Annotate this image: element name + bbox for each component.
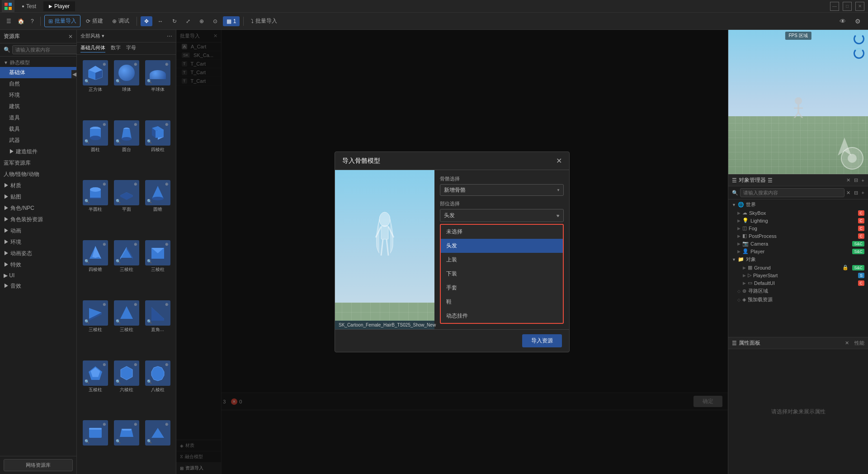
batch-import-btn-toolbar[interactable]: ⤵ 批量导入 [247, 15, 281, 27]
performance-tab-btn[interactable]: 性能 [854, 340, 864, 346]
obj-add-icon[interactable]: + [862, 190, 864, 195]
obj-playerstart[interactable]: ▶ ▷ PlayerStart S [728, 271, 868, 279]
obj-preload[interactable]: ◇ ◈ 预加载资源 [728, 295, 868, 304]
obj-section-objects[interactable]: ▼ 📁 对象 [728, 255, 868, 264]
category-textures[interactable]: ▶ 贴图 [0, 191, 76, 203]
obj-manager-add-icon[interactable]: + [862, 178, 864, 183]
sidebar-expand-icon[interactable]: ◀ [71, 70, 77, 78]
dropdown-item-bottom[interactable]: 下装 [441, 267, 563, 281]
maximize-button[interactable]: □ [843, 2, 852, 11]
category-ui[interactable]: ▶ UI [0, 270, 76, 280]
mode-anchor[interactable]: ⊙ [209, 16, 221, 26]
dropdown-item-hair[interactable]: 头发 [441, 239, 563, 253]
asset-item-octa[interactable]: ⊕ 🔍 八棱柱 [143, 359, 172, 417]
skeleton-select[interactable]: 新增骨骼 [440, 184, 564, 196]
obj-search-input[interactable] [740, 188, 844, 197]
network-library-btn[interactable]: 网络资源库 [4, 459, 73, 471]
category-vehicles[interactable]: 载具 [0, 123, 76, 135]
obj-postprocess[interactable]: ▶ ◧ PostProcess C [728, 232, 868, 240]
asset-item-tri-prism[interactable]: ⊕ 🔍 三棱柱 [112, 238, 141, 297]
asset-item-quad-pyramid[interactable]: ⊕ 🔍 四棱锥 [80, 238, 110, 297]
category-effects[interactable]: ▶ 特效 [0, 259, 76, 270]
category-weapons[interactable]: 武器 [0, 135, 76, 146]
asset-item-quad-prism[interactable]: ⊕ 🔍 四棱柱 [143, 118, 172, 177]
toolbar-help-icon[interactable]: ? [28, 16, 37, 26]
dropdown-item-dynamic[interactable]: 动态挂件 [441, 309, 563, 323]
obj-skybox[interactable]: ▶ ☁ SkyBox C [728, 209, 868, 217]
category-environment[interactable]: ▶ 环境 [0, 237, 76, 248]
asset-item-tri-prism-4[interactable]: ⊕ 🔍 三棱柱 [112, 299, 141, 357]
asset-item-truncone[interactable]: ⊕ 🔍 圆台 [112, 118, 141, 177]
asset-filter-select[interactable]: 全部风格 ▾ [80, 33, 104, 39]
tab-test[interactable]: ● Test [16, 1, 42, 11]
category-animation[interactable]: ▶ 动画 [0, 225, 76, 237]
asset-item-half-cylinder[interactable]: ⊕ 🔍 半圆柱 [80, 178, 110, 237]
toolbar-icon-settings[interactable]: ⚙ [851, 16, 864, 27]
category-costume[interactable]: ▶ 角色装扮资源 [0, 214, 76, 225]
mode-rotate[interactable]: ↻ [169, 16, 180, 26]
obj-lighting[interactable]: ▶ 💡 Lighting C [728, 217, 868, 224]
close-button[interactable]: ✕ [855, 2, 864, 11]
obj-camera[interactable]: ▶ 📷 Camera S&C [728, 240, 868, 247]
modal-import-btn[interactable]: 导入资源 [522, 334, 562, 347]
mode-scale[interactable]: ⤢ [182, 16, 194, 26]
obj-pathfind[interactable]: ◇ ⊚ 寻路区域 [728, 287, 868, 295]
category-nature[interactable]: 自然 [0, 78, 76, 90]
asset-dots-menu[interactable]: ⋯ [167, 33, 172, 39]
category-materials[interactable]: ▶ 材质 [0, 180, 76, 191]
obj-player[interactable]: ▶ 👤 Player S&C [728, 247, 868, 255]
obj-defaultui[interactable]: ▶ ▭ DefaultUI C [728, 279, 868, 287]
asset-item-plane[interactable]: ⊕ 🔍 平面 [112, 178, 141, 237]
asset-item-half-sphere[interactable]: ⊕ 🔍 半球体 [143, 58, 172, 117]
category-characters[interactable]: 人物/怪物/动物 [0, 169, 76, 180]
asset-search-input[interactable] [12, 45, 81, 54]
category-anim-pose[interactable]: ▶ 动画姿态 [0, 248, 76, 259]
dropdown-item-shoes[interactable]: 鞋 [441, 295, 563, 309]
asset-item-tri-prism-2[interactable]: ⊕ 🔍 三棱柱 [143, 238, 172, 297]
obj-filter-icon[interactable]: ⊟ [854, 190, 858, 196]
category-static-model[interactable]: ▼ 静态模型 [0, 58, 76, 67]
asset-item-penta[interactable]: ⊕ 🔍 五棱柱 [80, 359, 110, 417]
tab-player[interactable]: ▶ Player [43, 1, 75, 11]
mode-grid[interactable]: ▦ 1 [223, 16, 240, 26]
subtab-basic[interactable]: 基础几何体 [80, 44, 105, 52]
asset-item-sphere[interactable]: ⊕ 🔍 球体 [112, 58, 141, 117]
btn-debug[interactable]: ⟳ 搭建 [82, 15, 107, 27]
category-audio[interactable]: ▶ 音效 [0, 280, 76, 292]
asset-item-box1[interactable]: ⊕ 🔍 [80, 418, 110, 470]
obj-manager-close-icon[interactable]: ✕ [846, 177, 850, 183]
subtab-letters[interactable]: 字母 [126, 44, 136, 52]
dropdown-item-top[interactable]: 上装 [441, 253, 563, 267]
asset-item-cylinder[interactable]: ⊕ 🔍 圆柱 [80, 118, 110, 177]
obj-ground[interactable]: ▶ ▦ Ground 🔒 S&C [728, 264, 868, 271]
asset-item-cone[interactable]: ⊕ 🔍 圆锥 [143, 178, 172, 237]
category-architecture[interactable]: 建筑 [0, 101, 76, 112]
mode-world[interactable]: ⊕ [196, 16, 208, 26]
mode-move[interactable]: ↔ [154, 16, 167, 26]
minimize-button[interactable]: — [830, 2, 839, 11]
asset-item-box2[interactable]: ⊕ 🔍 [112, 418, 141, 470]
asset-library-close-icon[interactable]: ✕ [68, 33, 73, 40]
world-item[interactable]: ▼ 🌐 世界 [728, 200, 868, 209]
asset-item-hex[interactable]: ⊕ 🔍 六棱柱 [112, 359, 141, 417]
subtab-numbers[interactable]: 数字 [111, 44, 121, 52]
toolbar-icon-eye[interactable]: 👁 [836, 16, 849, 27]
category-props[interactable]: 道具 [0, 112, 76, 123]
category-env[interactable]: 环境 [0, 90, 76, 101]
toolbar-nav-icon[interactable]: 🏠 [15, 16, 27, 26]
category-blue-army[interactable]: 蓝军资源库 [0, 157, 76, 169]
obj-fog[interactable]: ▶ ◫ Fog C [728, 224, 868, 232]
obj-manager-filter-icon[interactable]: ⊟ [854, 177, 858, 183]
part-select-display[interactable]: 头发 ▼ [440, 209, 564, 222]
modal-close-btn[interactable]: ✕ [556, 156, 562, 165]
toolbar-menu-icon[interactable]: ☰ [4, 16, 14, 26]
props-close-icon[interactable]: ✕ [845, 340, 849, 346]
dropdown-item-gloves[interactable]: 手套 [441, 281, 563, 295]
btn-build[interactable]: ⊞ 批量导入 [44, 15, 80, 27]
category-build[interactable]: ▶ 建造组件 [0, 146, 76, 157]
asset-item-right-angle[interactable]: ⊕ 🔍 直角... [143, 299, 172, 357]
asset-item-box3[interactable]: ⊕ 🔍 [143, 418, 172, 470]
btn-plugin[interactable]: ⊕ 调试 [108, 15, 133, 27]
asset-item-cube[interactable]: ⊕ 🔍 正方体 [80, 58, 110, 117]
category-basic[interactable]: 基础体 [0, 67, 76, 78]
